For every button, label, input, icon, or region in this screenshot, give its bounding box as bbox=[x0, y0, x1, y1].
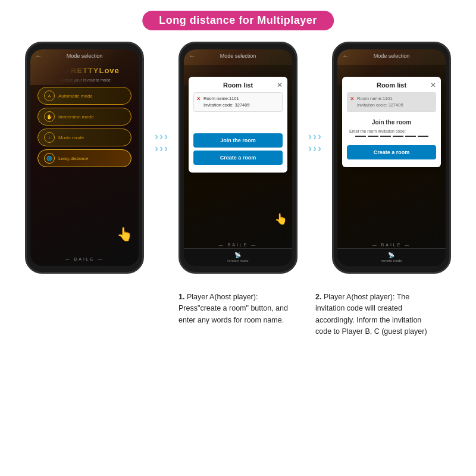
phone2-mode-label: Mode selection bbox=[220, 53, 256, 59]
hand-pointer-2: 👆 bbox=[274, 212, 287, 226]
phone3-bottom-bar: 📡 remote mode bbox=[337, 248, 446, 266]
desc2-text: Player A(host player): The invitation co… bbox=[315, 293, 427, 336]
modal-close-2[interactable]: ✕ bbox=[277, 81, 283, 89]
phone3-mode-label: Mode selection bbox=[374, 53, 410, 59]
dash-1 bbox=[355, 136, 366, 137]
phone1-footer: — BAILE — bbox=[30, 257, 139, 261]
room-entry-3: ✕ Room name:1101 Invitation code: 327405 bbox=[347, 92, 436, 112]
phone3-topbar: ← Mode selection bbox=[337, 49, 446, 60]
immersion-mode-btn[interactable]: ✋ Immersion mode bbox=[37, 108, 131, 126]
room-info-3: Room name:1101 Invitation code: 327405 bbox=[357, 95, 403, 109]
modal-overlay-3: Room list ✕ ✕ Room name:1101 Invitation … bbox=[337, 65, 446, 266]
remote-mode-item-2: 📡 remote mode bbox=[227, 252, 248, 262]
room-x-icon-2: ✕ bbox=[196, 96, 201, 102]
header-banner: Long distance for Multiplayer bbox=[142, 11, 334, 30]
long-distance-icon: 🌐 bbox=[44, 153, 55, 164]
phone2-footer: — BAILE — bbox=[184, 243, 292, 247]
header-title: Long distance for Multiplayer bbox=[159, 14, 317, 26]
remote-icon-2: 📡 bbox=[234, 252, 241, 258]
chevron-10: › bbox=[308, 143, 312, 154]
join-room-dashes bbox=[349, 136, 434, 137]
dash-5 bbox=[405, 136, 416, 137]
chevron-6: › bbox=[164, 143, 168, 154]
modal-spacer-2 bbox=[193, 115, 283, 133]
desc1-text: Player A(host player): Press"create a ro… bbox=[178, 293, 288, 324]
phone2-topbar: ← Mode selection bbox=[184, 49, 292, 60]
create-room-btn-2[interactable]: Create a room bbox=[193, 151, 283, 165]
room-entry-2: ✕ Room name:1101 Invitation code: 327405 bbox=[193, 92, 283, 112]
music-mode-btn[interactable]: ♪ Music mode bbox=[37, 129, 131, 146]
phone-2-screen: ← Mode selection Room list ✕ ✕ Room name… bbox=[184, 49, 292, 266]
phone1-topbar: ← Mode selection bbox=[30, 49, 139, 60]
room-list-modal-2: Room list ✕ ✕ Room name:1101 Invitation … bbox=[189, 77, 287, 173]
dash-3 bbox=[380, 136, 391, 137]
chevron-9: › bbox=[318, 131, 321, 142]
music-icon: ♪ bbox=[44, 132, 55, 143]
music-label: Music mode bbox=[58, 135, 84, 140]
modal-close-3[interactable]: ✕ bbox=[430, 81, 436, 89]
chevron-11: › bbox=[313, 143, 317, 154]
room-x-icon-3: ✕ bbox=[350, 96, 355, 102]
room-name-3: Room name:1101 bbox=[357, 95, 403, 102]
long-distance-label: Long-distance bbox=[58, 156, 88, 161]
phone3-footer: — BAILE — bbox=[337, 243, 446, 247]
modal-title-row-3: Room list ✕ bbox=[347, 82, 436, 89]
modal-title-row-2: Room list ✕ bbox=[193, 82, 283, 89]
automatic-mode-btn[interactable]: A Automatic mode bbox=[37, 87, 131, 105]
remote-label-3: remote mode bbox=[381, 259, 402, 262]
desc1-step: 1. bbox=[178, 293, 184, 301]
automatic-label: Automatic mode bbox=[58, 93, 93, 99]
modal-title-3: Room list bbox=[377, 82, 406, 89]
phone-2: ← Mode selection Room list ✕ ✕ Room name… bbox=[178, 42, 298, 274]
chevron-8: › bbox=[313, 131, 317, 142]
remote-label-2: remote mode bbox=[227, 259, 248, 262]
phone-1: ← Mode selection P PRETTYLove Choose you… bbox=[25, 42, 144, 274]
long-distance-btn[interactable]: 🌐 Long-distance bbox=[37, 149, 131, 167]
room-name-2: Room name:1101 bbox=[203, 95, 250, 102]
dash-6 bbox=[418, 136, 428, 137]
invitation-code-3: Invitation code: 327405 bbox=[357, 102, 403, 108]
phone-1-screen: ← Mode selection P PRETTYLove Choose you… bbox=[30, 49, 139, 266]
phone2-back-arrow: ← bbox=[189, 52, 196, 60]
desc-2: 2. Player A(host player): The invitation… bbox=[315, 292, 434, 338]
arrow-2: › › › › › › bbox=[308, 131, 321, 154]
join-room-section: Join the room Enter the room invitation … bbox=[347, 115, 436, 145]
modal-title-2: Room list bbox=[223, 82, 253, 89]
automatic-icon: A bbox=[44, 90, 55, 101]
chevron-1: › bbox=[155, 131, 158, 142]
immersion-label: Immersion mode bbox=[58, 114, 94, 120]
phones-row: ← Mode selection P PRETTYLove Choose you… bbox=[0, 42, 476, 274]
desc2-step: 2. bbox=[315, 293, 321, 301]
invitation-code-2: Invitation code: 327405 bbox=[203, 102, 250, 108]
arrow-1: › › › › › › bbox=[155, 131, 168, 154]
create-room-btn-3[interactable]: Create a room bbox=[347, 145, 436, 159]
desc-spacer bbox=[42, 292, 161, 338]
chevron-4: › bbox=[155, 143, 158, 154]
phone1-mode-label: Mode selection bbox=[67, 53, 103, 59]
room-info-2: Room name:1101 Invitation code: 327405 bbox=[203, 95, 250, 109]
remote-icon-3: 📡 bbox=[388, 252, 394, 258]
phone3-back-arrow: ← bbox=[342, 52, 349, 60]
phone-3-screen: ← Mode selection Room list ✕ ✕ Room name… bbox=[337, 49, 446, 266]
descriptions: 1. Player A(host player): Press"create a… bbox=[0, 292, 476, 338]
immersion-icon: ✋ bbox=[44, 111, 55, 122]
remote-mode-item-3: 📡 remote mode bbox=[381, 252, 402, 262]
chevron-7: › bbox=[308, 131, 312, 142]
dash-2 bbox=[368, 136, 378, 137]
phone-3: ← Mode selection Room list ✕ ✕ Room name… bbox=[332, 42, 451, 274]
modal-overlay-2: Room list ✕ ✕ Room name:1101 Invitation … bbox=[184, 65, 292, 266]
hand-pointer-icon: 👆 bbox=[117, 227, 133, 242]
chevron-12: › bbox=[318, 143, 321, 154]
desc-1: 1. Player A(host player): Press"create a… bbox=[178, 292, 298, 338]
room-list-modal-3: Room list ✕ ✕ Room name:1101 Invitation … bbox=[342, 77, 441, 167]
chevron-2: › bbox=[159, 131, 163, 142]
join-room-title: Join the room bbox=[349, 119, 434, 126]
join-room-btn-2[interactable]: Join the room bbox=[193, 133, 283, 148]
chevron-3: › bbox=[164, 131, 168, 142]
back-arrow-icon: ← bbox=[35, 52, 42, 60]
join-room-label: Enter the room invitation code: bbox=[349, 129, 434, 133]
phone2-bottom-bar: 📡 remote mode bbox=[184, 248, 292, 266]
dash-4 bbox=[393, 136, 403, 137]
chevron-5: › bbox=[159, 143, 163, 154]
